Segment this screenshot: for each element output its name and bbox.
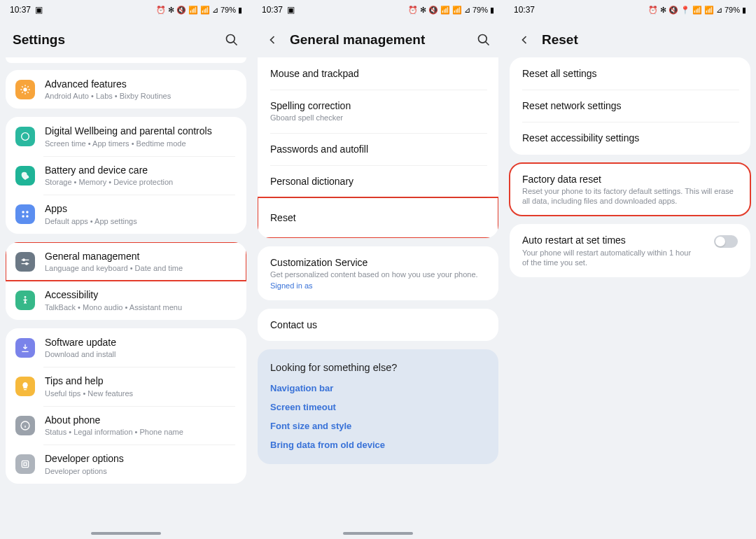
row-sub: Your phone will restart automatically wi… — [522, 248, 699, 268]
row-apps[interactable]: Apps Default apps • App settings — [6, 195, 246, 233]
row-title: Tips and help — [45, 374, 235, 387]
svg-rect-17 — [22, 461, 28, 467]
row-software-update[interactable]: Software update Download and install — [6, 328, 246, 367]
link-font-size[interactable]: Font size and style — [270, 421, 486, 431]
status-battery: 79% — [220, 6, 236, 14]
row-title: Digital Wellbeing and parental controls — [45, 125, 235, 137]
row-reset-accessibility[interactable]: Reset accessibility settings — [510, 122, 750, 154]
partial-card — [6, 57, 246, 63]
row-personal-dictionary[interactable]: Personal dictionary — [258, 165, 498, 197]
row-sub: Language and keyboard • Date and time — [45, 263, 235, 273]
search-icon[interactable] — [476, 32, 491, 48]
apps-icon — [15, 204, 35, 224]
tips-icon — [15, 377, 35, 396]
row-title: Reset network settings — [522, 99, 738, 112]
row-about-phone[interactable]: About phone Status • Legal information •… — [6, 406, 246, 444]
reset-content: Reset all settings Reset network setting… — [504, 57, 756, 539]
card-looking-for: Looking for something else? Navigation b… — [258, 349, 498, 464]
header: Settings — [0, 20, 252, 57]
row-title: Auto restart at set times — [522, 234, 699, 246]
row-spelling-correction[interactable]: Spelling correction Gboard spell checker — [258, 90, 498, 132]
row-sub: Reset your phone to its factory default … — [522, 186, 738, 206]
pane-settings: 10:37 ▣ ⏰ ✻ 🔇 📶 📶 ⊿ 79% ▮ Settings Advan… — [0, 0, 252, 539]
auto-restart-toggle[interactable] — [714, 235, 738, 248]
row-passwords-autofill[interactable]: Passwords and autofill — [258, 133, 498, 165]
row-reset-all[interactable]: Reset all settings — [510, 57, 750, 90]
svg-point-7 — [26, 215, 29, 218]
battery-icon: ▮ — [238, 6, 242, 15]
row-sub: Screen time • App timers • Bedtime mode — [45, 139, 235, 148]
row-title: Factory data reset — [522, 173, 738, 186]
row-sub: Default apps • App settings — [45, 216, 235, 226]
row-title: Advanced features — [45, 78, 235, 90]
status-time: 10:37 — [10, 5, 31, 15]
wellbeing-icon — [15, 127, 35, 146]
row-customization-service[interactable]: Customization Service Get personalized c… — [258, 246, 498, 300]
search-icon[interactable] — [224, 32, 239, 48]
status-battery: 79% — [472, 6, 488, 14]
row-sub: Download and install — [45, 349, 235, 359]
row-status: Signed in as — [270, 281, 486, 290]
row-battery-care[interactable]: Battery and device care Storage • Memory… — [6, 156, 246, 195]
svg-point-6 — [22, 215, 24, 218]
card-reset-options: Reset all settings Reset network setting… — [510, 57, 750, 155]
row-title: Reset all settings — [522, 67, 738, 80]
card-advanced: Advanced features Android Auto • Labs • … — [6, 70, 246, 108]
row-title: Personal dictionary — [270, 175, 486, 188]
svg-rect-13 — [24, 389, 27, 390]
advanced-features-icon — [15, 80, 35, 99]
battery-icon: ▮ — [742, 6, 746, 15]
row-digital-wellbeing[interactable]: Digital Wellbeing and parental controls … — [6, 117, 246, 155]
card-system: Software update Download and install Tip… — [6, 328, 246, 484]
row-auto-restart[interactable]: Auto restart at set times Your phone wil… — [510, 224, 750, 277]
status-bar: 10:37 ▣ ⏰ ✻ 🔇 📶 📶 ⊿ 79% ▮ — [252, 0, 504, 20]
link-navigation-bar[interactable]: Navigation bar — [270, 383, 486, 393]
row-general-management[interactable]: General management Language and keyboard… — [6, 242, 246, 281]
row-advanced-features[interactable]: Advanced features Android Auto • Labs • … — [6, 70, 246, 108]
row-sub: Developer options — [45, 466, 235, 476]
card-input-settings: Mouse and trackpad Spelling correction G… — [258, 57, 498, 238]
row-title: About phone — [45, 414, 235, 426]
row-sub: TalkBack • Mono audio • Assistant menu — [45, 302, 235, 312]
media-icon: ▣ — [35, 5, 43, 15]
status-icons: ⏰ ✻ 🔇 📍 📶 📶 ⊿ — [648, 6, 722, 15]
row-tips-help[interactable]: Tips and help Useful tips • New features — [6, 367, 246, 405]
link-bring-data[interactable]: Bring data from old device — [270, 440, 486, 450]
row-title: Battery and device care — [45, 164, 235, 176]
page-title: Reset — [542, 32, 743, 48]
developer-icon — [15, 454, 35, 474]
row-sub: Status • Legal information • Phone name — [45, 427, 235, 437]
row-title: Customization Service — [270, 256, 486, 269]
svg-line-1 — [234, 42, 237, 46]
card-auto-restart: Auto restart at set times Your phone wil… — [510, 224, 750, 277]
row-factory-reset[interactable]: Factory data reset Reset your phone to i… — [510, 163, 750, 216]
status-icons: ⏰ ✻ 🔇 📶 📶 ⊿ — [408, 6, 470, 15]
card-contact: Contact us — [258, 309, 498, 341]
row-reset-network[interactable]: Reset network settings — [510, 90, 750, 122]
row-reset[interactable]: Reset — [258, 197, 498, 238]
pane-general-management: 10:37 ▣ ⏰ ✻ 🔇 📶 📶 ⊿ 79% ▮ General manage… — [252, 0, 504, 539]
status-bar: 10:37 ▣ ⏰ ✻ 🔇 📶 📶 ⊿ 79% ▮ — [0, 0, 252, 20]
battery-icon: ▮ — [490, 6, 494, 15]
nav-handle[interactable] — [343, 532, 413, 535]
pane-reset: 10:37 ⏰ ✻ 🔇 📍 📶 📶 ⊿ 79% ▮ Reset Reset al… — [504, 0, 756, 539]
svg-point-0 — [227, 35, 235, 43]
row-mouse-trackpad[interactable]: Mouse and trackpad — [258, 57, 498, 90]
row-accessibility[interactable]: Accessibility TalkBack • Mono audio • As… — [6, 281, 246, 319]
media-icon: ▣ — [287, 5, 295, 15]
accessibility-icon — [15, 290, 35, 310]
back-icon[interactable] — [265, 32, 280, 48]
svg-point-5 — [26, 211, 29, 214]
svg-point-3 — [22, 133, 29, 141]
back-icon[interactable] — [517, 32, 532, 48]
row-sub: Useful tips • New features — [45, 388, 235, 398]
svg-rect-18 — [24, 463, 27, 465]
row-developer-options[interactable]: Developer options Developer options — [6, 444, 246, 483]
page-title: General management — [290, 32, 466, 48]
row-contact-us[interactable]: Contact us — [258, 309, 498, 341]
nav-handle[interactable] — [91, 532, 161, 535]
link-screen-timeout[interactable]: Screen timeout — [270, 402, 486, 412]
looking-heading: Looking for something else? — [270, 362, 486, 373]
card-general: General management Language and keyboard… — [6, 242, 246, 320]
row-title: Contact us — [270, 318, 486, 331]
